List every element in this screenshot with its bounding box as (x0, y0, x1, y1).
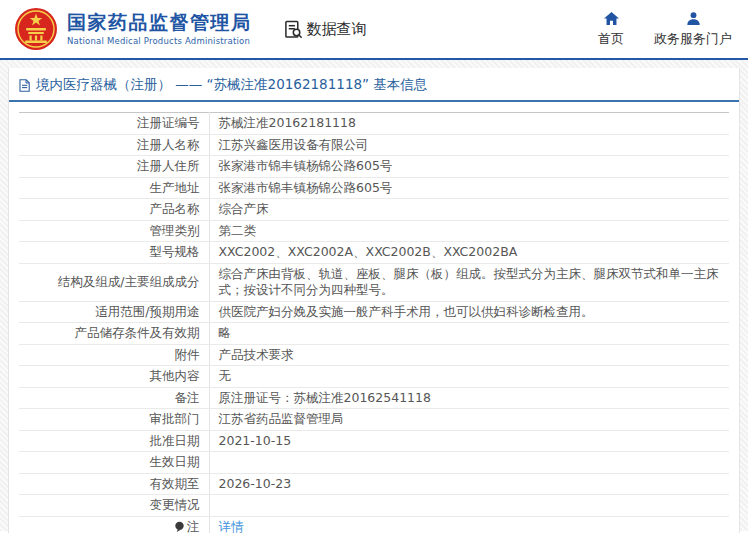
row-value: XXC2002、XXC2002A、XXC2002B、XXC2002BA (209, 242, 729, 264)
row-label: 注册证编号 (19, 113, 209, 135)
row-value: 张家港市锦丰镇杨锦公路605号 (209, 177, 729, 199)
table-row: 产品储存条件及有效期 略 (19, 323, 729, 345)
table-row: 生产地址 张家港市锦丰镇杨锦公路605号 (19, 177, 729, 199)
nav-portal-label: 政务服务门户 (654, 30, 732, 48)
row-value: 综合产床 (209, 199, 729, 221)
row-label: 审批部门 (19, 409, 209, 431)
table-row: 适用范围/预期用途 供医院产妇分娩及实施一般产科手术用，也可以供妇科诊断检查用。 (19, 301, 729, 323)
row-label: 附件 (19, 344, 209, 366)
row-value (209, 495, 729, 517)
table-row: 变更情况 (19, 495, 729, 517)
row-value (209, 452, 729, 474)
row-value: 2026-10-23 (209, 473, 729, 495)
agency-name: 国家药品监督管理局 (67, 12, 252, 34)
user-icon (686, 11, 701, 26)
row-label: 变更情况 (19, 495, 209, 517)
table-row: 生效日期 (19, 452, 729, 474)
table-row: 注册人名称 江苏兴鑫医用设备有限公司 (19, 134, 729, 156)
row-label: 注册人名称 (19, 134, 209, 156)
row-value: 详情 (209, 516, 729, 533)
row-value: 苏械注准20162181118 (209, 113, 729, 135)
document-icon (19, 79, 30, 92)
search-document-icon (284, 20, 303, 39)
row-value: 略 (209, 323, 729, 345)
comment-icon (174, 521, 185, 532)
row-label: 结构及组成/主要组成成分 (19, 263, 209, 301)
table-row: 注册人住所 张家港市锦丰镇杨锦公路605号 (19, 156, 729, 178)
table-row: 其他内容 无 (19, 366, 729, 388)
row-value: 综合产床由背板、轨道、座板、腿床（板）组成。按型式分为主床、腿床双节式和单一主床… (209, 263, 729, 301)
row-value: 第二类 (209, 220, 729, 242)
row-label: 型号规格 (19, 242, 209, 264)
table-row: 型号规格 XXC2002、XXC2002A、XXC2002B、XXC2002BA (19, 242, 729, 264)
table-row: 附件 产品技术要求 (19, 344, 729, 366)
data-query-nav[interactable]: 数据查询 (284, 20, 367, 39)
detail-panel: 境内医疗器械（注册） —— “苏械注准20162181118” 基本信息 注册证… (8, 68, 740, 533)
table-row: 注 详情 (19, 516, 729, 533)
table-row: 产品名称 综合产床 (19, 199, 729, 221)
nav-item-portal[interactable]: 政务服务门户 (654, 11, 732, 48)
nav-home-label: 首页 (598, 30, 624, 48)
row-value: 无 (209, 366, 729, 388)
agency-title-block: 国家药品监督管理局 National Medical Products Admi… (67, 12, 252, 46)
row-label: 生产地址 (19, 177, 209, 199)
table-row: 注册证编号 苏械注准20162181118 (19, 113, 729, 135)
info-table-wrap: 注册证编号 苏械注准20162181118 注册人名称 江苏兴鑫医用设备有限公司… (9, 102, 739, 533)
table-row: 备注 原注册证号：苏械注准20162541118 (19, 387, 729, 409)
page-title: 境内医疗器械（注册） —— “苏械注准20162181118” 基本信息 (36, 76, 427, 94)
row-value: 供医院产妇分娩及实施一般产科手术用，也可以供妇科诊断检查用。 (209, 301, 729, 323)
row-value: 原注册证号：苏械注准20162541118 (209, 387, 729, 409)
table-row: 批准日期 2021-10-15 (19, 430, 729, 452)
row-label: 产品储存条件及有效期 (19, 323, 209, 345)
row-label: 其他内容 (19, 366, 209, 388)
national-emblem-icon (14, 7, 58, 51)
header-nav: 首页 政务服务门户 (598, 11, 736, 48)
home-icon (604, 11, 619, 26)
table-row: 管理类别 第二类 (19, 220, 729, 242)
info-table-body: 注册证编号 苏械注准20162181118 注册人名称 江苏兴鑫医用设备有限公司… (19, 113, 729, 533)
table-row: 审批部门 江苏省药品监督管理局 (19, 409, 729, 431)
row-label: 管理类别 (19, 220, 209, 242)
row-label: 注册人住所 (19, 156, 209, 178)
row-label: 有效期至 (19, 473, 209, 495)
site-header: 国家药品监督管理局 National Medical Products Admi… (0, 0, 748, 60)
panel-title-bar: 境内医疗器械（注册） —— “苏械注准20162181118” 基本信息 (9, 68, 739, 102)
page-background: 境内医疗器械（注册） —— “苏械注准20162181118” 基本信息 注册证… (0, 60, 748, 531)
nmpa-logo[interactable]: 国家药品监督管理局 National Medical Products Admi… (14, 7, 252, 51)
row-label: 产品名称 (19, 199, 209, 221)
detail-link[interactable]: 详情 (219, 519, 244, 533)
row-label: 注 (19, 516, 209, 533)
table-row: 有效期至 2026-10-23 (19, 473, 729, 495)
table-row: 结构及组成/主要组成成分 综合产床由背板、轨道、座板、腿床（板）组成。按型式分为… (19, 263, 729, 301)
row-label: 适用范围/预期用途 (19, 301, 209, 323)
row-value: 产品技术要求 (209, 344, 729, 366)
row-value: 2021-10-15 (209, 430, 729, 452)
row-label: 备注 (19, 387, 209, 409)
row-value: 张家港市锦丰镇杨锦公路605号 (209, 156, 729, 178)
row-label: 生效日期 (19, 452, 209, 474)
row-value: 江苏省药品监督管理局 (209, 409, 729, 431)
nav-item-home[interactable]: 首页 (598, 11, 624, 48)
data-query-label: 数据查询 (307, 20, 367, 39)
row-label: 批准日期 (19, 430, 209, 452)
agency-name-en: National Medical Products Administration (67, 36, 252, 46)
row-value: 江苏兴鑫医用设备有限公司 (209, 134, 729, 156)
info-table: 注册证编号 苏械注准20162181118 注册人名称 江苏兴鑫医用设备有限公司… (19, 112, 729, 533)
